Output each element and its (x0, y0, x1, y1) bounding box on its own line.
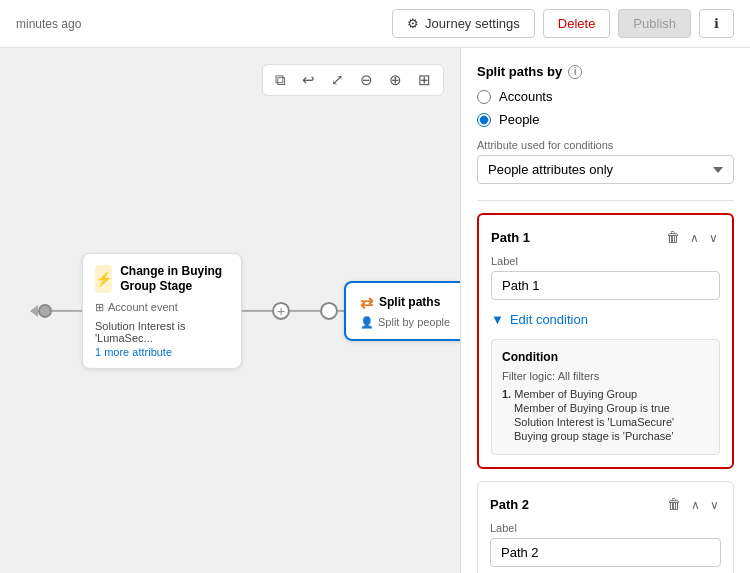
condition-item-1: 1. Member of Buying Group (502, 388, 709, 400)
path-1-delete-button[interactable]: 🗑 (664, 227, 682, 247)
chevron-up-icon (690, 229, 699, 245)
accounts-radio[interactable] (477, 90, 491, 104)
path-2-delete-button[interactable]: 🗑 (665, 494, 683, 514)
top-bar-actions: ⚙ Journey settings Delete Publish ℹ (392, 9, 734, 38)
path-2-up-button[interactable] (689, 494, 702, 514)
edit-condition-button[interactable]: ▼ Edit condition (491, 310, 588, 329)
path-1-up-button[interactable] (688, 227, 701, 247)
divider-1 (477, 200, 734, 201)
zoom-out-icon-button[interactable]: ⊖ (356, 69, 377, 91)
connector-3 (290, 310, 320, 312)
person-icon: 👤 (360, 316, 374, 329)
event-detail: Solution Interest is 'LumaSec... (95, 320, 229, 344)
condition-line-2: Solution Interest is 'LumaSecure' (502, 416, 709, 428)
entry-arrow (30, 305, 38, 317)
filter-logic: Filter logic: All filters (502, 370, 709, 382)
radio-group: Accounts People (477, 89, 734, 127)
people-radio-label[interactable]: People (477, 112, 734, 127)
flow-diagram: ⚡ Change in Buying Group Stage ⊞ Account… (0, 252, 460, 368)
accounts-radio-label[interactable]: Accounts (477, 89, 734, 104)
journey-settings-button[interactable]: ⚙ Journey settings (392, 9, 535, 38)
canvas-toolbar: ⧉ ↩ ⤢ ⊖ ⊕ ⊞ (262, 64, 444, 96)
copy-icon-button[interactable]: ⧉ (271, 69, 290, 91)
chevron-down-icon-2 (710, 496, 719, 512)
zoom-in-icon-button[interactable]: ⊕ (385, 69, 406, 91)
path-1-input[interactable] (491, 271, 720, 300)
event-title: Change in Buying Group Stage (120, 263, 229, 294)
account-event-icon: ⊞ (95, 301, 104, 314)
condition-line-3: Buying group stage is 'Purchase' (502, 430, 709, 442)
split-icon: ⇄ (360, 293, 373, 312)
connector-2 (242, 310, 272, 312)
canvas: ⧉ ↩ ⤢ ⊖ ⊕ ⊞ ⚡ Change in Buying Group Sta… (0, 48, 460, 573)
path-2-title: Path 2 (490, 497, 529, 512)
delete-button[interactable]: Delete (543, 9, 611, 38)
event-node[interactable]: ⚡ Change in Buying Group Stage ⊞ Account… (82, 252, 242, 368)
split-paths-info-icon[interactable]: i (568, 65, 582, 79)
info-button[interactable]: ℹ (699, 9, 734, 38)
split-paths-by-label: Split paths by (477, 64, 562, 79)
top-bar: minutes ago ⚙ Journey settings Delete Pu… (0, 0, 750, 48)
event-icon: ⚡ (95, 265, 112, 293)
timestamp: minutes ago (16, 17, 81, 31)
people-radio[interactable] (477, 113, 491, 127)
chevron-up-icon-2 (691, 496, 700, 512)
info-icon: ℹ (714, 16, 719, 31)
chevron-down-icon (709, 229, 718, 245)
publish-button[interactable]: Publish (618, 9, 691, 38)
condition-box: Condition Filter logic: All filters 1. M… (491, 339, 720, 455)
path-2-input[interactable] (490, 538, 721, 567)
path-1-card: Path 1 🗑 Label ▼ Edit condition Conditio… (477, 213, 734, 469)
add-dot-1[interactable]: + (272, 302, 290, 320)
start-dot (38, 304, 52, 318)
event-more[interactable]: 1 more attribute (95, 346, 229, 358)
gear-icon: ⚙ (407, 16, 419, 31)
add-dot-2[interactable] (320, 302, 338, 320)
path-2-label: Label (490, 522, 721, 534)
attribute-label: Attribute used for conditions (477, 139, 734, 151)
condition-title: Condition (502, 350, 709, 364)
split-paths-node[interactable]: ⇄ Split paths 👤 Split by people › (344, 281, 460, 341)
filter-icon: ▼ (491, 312, 504, 327)
connector-1 (52, 310, 82, 312)
path-1-down-button[interactable] (707, 227, 720, 247)
path-2-down-button[interactable] (708, 494, 721, 514)
right-panel: Split paths by i Accounts People Attribu… (460, 48, 750, 573)
event-subtitle: ⊞ Account event (95, 301, 229, 314)
expand-icon-button[interactable]: ⤢ (327, 69, 348, 91)
attribute-select[interactable]: People attributes only (477, 155, 734, 184)
grid-icon-button[interactable]: ⊞ (414, 69, 435, 91)
split-paths-by-section: Split paths by i Accounts People Attribu… (477, 64, 734, 184)
path-1-title: Path 1 (491, 230, 530, 245)
path-2-card: Path 2 🗑 Label ▼ Apply condition (477, 481, 734, 573)
undo-icon-button[interactable]: ↩ (298, 69, 319, 91)
path-1-label: Label (491, 255, 720, 267)
condition-line-1: Member of Buying Group is true (502, 402, 709, 414)
